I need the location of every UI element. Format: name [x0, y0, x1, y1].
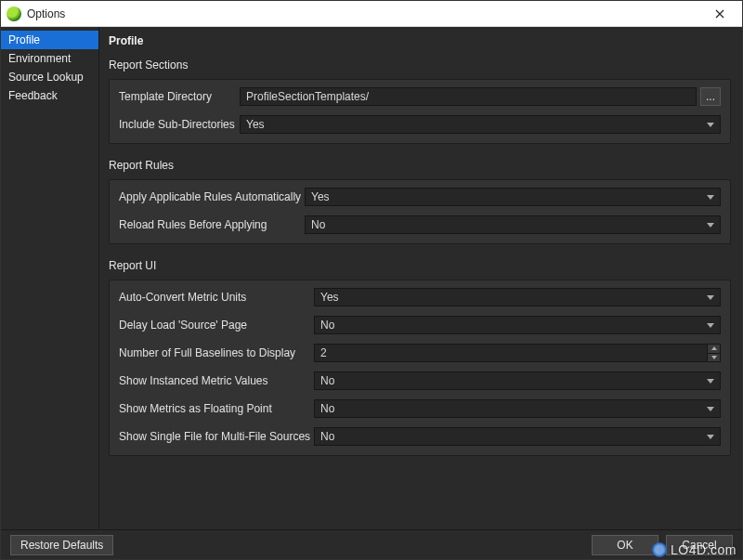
show-float-select[interactable]: No [314, 399, 721, 418]
row-show-float: Show Metrics as Floating Point No [119, 399, 721, 418]
sidebar-item-source-lookup[interactable]: Source Lookup [1, 68, 98, 86]
row-template-directory: Template Directory ... [119, 87, 721, 106]
browse-button[interactable]: ... [700, 87, 721, 106]
row-include-subdirs: Include Sub-Directories Yes [119, 115, 721, 134]
row-apply-rules-auto: Apply Applicable Rules Automatically Yes [119, 188, 721, 206]
group-body: Apply Applicable Rules Automatically Yes… [109, 179, 731, 244]
row-auto-convert: Auto-Convert Metric Units Yes [119, 288, 721, 306]
group-header: Report Rules [109, 155, 731, 179]
field-label: Auto-Convert Metric Units [119, 291, 314, 304]
group-report-sections: Report Sections Template Directory ... I… [109, 55, 731, 144]
group-body: Auto-Convert Metric Units Yes Delay Load… [109, 280, 731, 456]
reload-rules-select[interactable]: No [305, 215, 721, 234]
show-single-file-select[interactable]: No [314, 427, 721, 446]
template-directory-input[interactable] [240, 87, 697, 106]
window-title: Options [27, 7, 701, 20]
titlebar: Options [1, 1, 742, 27]
main-panel: Profile Report Sections Template Directo… [99, 27, 742, 529]
row-show-instanced: Show Instanced Metric Values No [119, 371, 721, 390]
spin-down-button[interactable] [707, 354, 720, 362]
options-window: Options Profile Environment Source Looku… [0, 0, 743, 560]
footer: Restore Defaults OK Cancel LO4D.com [1, 529, 742, 559]
row-reload-rules: Reload Rules Before Applying No [119, 215, 721, 234]
delay-load-select[interactable]: No [314, 316, 721, 334]
select-value: No [320, 402, 334, 415]
cancel-button[interactable]: Cancel [666, 535, 733, 555]
select-value: Yes [311, 190, 330, 203]
select-value: No [320, 374, 334, 387]
field-label: Show Single File for Multi-File Sources [119, 430, 314, 443]
show-instanced-select[interactable]: No [314, 371, 721, 390]
group-body: Template Directory ... Include Sub-Direc… [109, 79, 731, 144]
group-header: Report UI [109, 255, 731, 280]
app-icon [7, 7, 21, 21]
panel-title: Profile [109, 33, 731, 55]
restore-defaults-button[interactable]: Restore Defaults [10, 535, 113, 555]
field-label: Show Metrics as Floating Point [119, 402, 314, 415]
sidebar-item-label: Feedback [8, 89, 58, 102]
chevron-up-icon [711, 346, 717, 350]
button-label: Restore Defaults [20, 539, 103, 552]
sidebar-item-feedback[interactable]: Feedback [1, 86, 98, 105]
chevron-down-icon [711, 356, 717, 359]
ellipsis-icon: ... [706, 90, 715, 103]
field-label: Reload Rules Before Applying [119, 218, 305, 231]
sidebar-item-label: Environment [8, 52, 71, 65]
select-value: No [320, 319, 334, 332]
select-value: Yes [246, 118, 265, 131]
select-value: Yes [320, 291, 339, 304]
field-label: Template Directory [119, 90, 240, 103]
spin-buttons [707, 345, 720, 361]
field-label: Number of Full Baselines to Display [119, 346, 314, 359]
ok-button[interactable]: OK [592, 535, 658, 555]
sidebar-item-profile[interactable]: Profile [1, 31, 98, 49]
sidebar-item-label: Source Lookup [8, 71, 84, 84]
button-label: Cancel [682, 539, 716, 552]
row-num-baselines: Number of Full Baselines to Display 2 [119, 344, 721, 362]
dialog-body: Profile Environment Source Lookup Feedba… [1, 27, 742, 529]
num-baselines-spinbox[interactable]: 2 [314, 344, 721, 362]
spin-up-button[interactable] [707, 345, 720, 354]
field-label: Delay Load 'Source' Page [119, 319, 314, 332]
sidebar: Profile Environment Source Lookup Feedba… [1, 27, 99, 529]
auto-convert-select[interactable]: Yes [314, 288, 721, 306]
sidebar-item-label: Profile [8, 33, 40, 46]
close-icon [715, 9, 724, 19]
group-report-ui: Report UI Auto-Convert Metric Units Yes … [109, 255, 731, 456]
close-button[interactable] [701, 2, 738, 26]
field-label: Apply Applicable Rules Automatically [119, 190, 305, 203]
row-show-single-file: Show Single File for Multi-File Sources … [119, 427, 721, 446]
field-label: Include Sub-Directories [119, 118, 240, 131]
group-report-rules: Report Rules Apply Applicable Rules Auto… [109, 155, 731, 244]
field-label: Show Instanced Metric Values [119, 374, 314, 387]
row-delay-load: Delay Load 'Source' Page No [119, 316, 721, 334]
select-value: No [320, 430, 334, 443]
sidebar-item-environment[interactable]: Environment [1, 49, 98, 68]
spin-value: 2 [320, 346, 327, 359]
group-header: Report Sections [109, 55, 731, 79]
button-label: OK [617, 539, 632, 552]
select-value: No [311, 218, 325, 231]
include-subdirs-select[interactable]: Yes [240, 115, 721, 134]
apply-rules-auto-select[interactable]: Yes [305, 188, 721, 206]
